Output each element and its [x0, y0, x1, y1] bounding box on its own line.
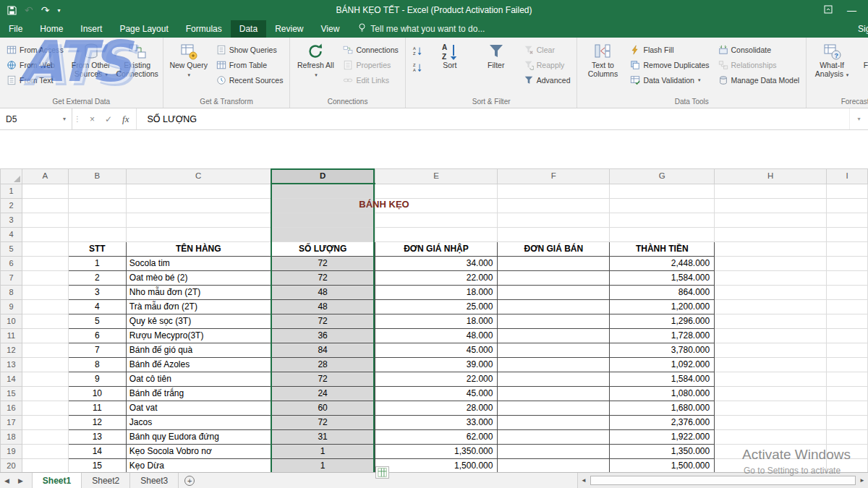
- cell-H15[interactable]: [715, 386, 827, 401]
- cell-B6[interactable]: 1: [68, 256, 126, 270]
- cell-B1[interactable]: [68, 184, 126, 198]
- cell-G10[interactable]: 1,296.000: [610, 314, 715, 328]
- cell-E6[interactable]: 34.000: [375, 256, 498, 270]
- cell-B13[interactable]: 8: [68, 357, 126, 372]
- cell-H7[interactable]: [715, 270, 827, 285]
- cell-I11[interactable]: [827, 328, 868, 343]
- ribbon-display-options-icon[interactable]: [824, 5, 833, 16]
- cell-I16[interactable]: [827, 401, 868, 415]
- cell-F1[interactable]: [498, 184, 610, 198]
- save-icon[interactable]: [7, 6, 17, 15]
- cell-A13[interactable]: [22, 357, 68, 372]
- column-header-D[interactable]: D: [271, 169, 375, 184]
- cell-I5[interactable]: [827, 241, 868, 256]
- column-header-G[interactable]: G: [610, 169, 715, 184]
- tab-formulas[interactable]: Formulas: [177, 20, 231, 38]
- row-header-2[interactable]: 2: [1, 198, 22, 213]
- cell-I1[interactable]: [827, 184, 868, 198]
- forecast-sheet-button[interactable]: Forecast Sheet: [856, 40, 868, 79]
- tell-me-box[interactable]: Tell me what you want to do...: [348, 20, 495, 38]
- cell-D14[interactable]: 72: [271, 372, 375, 386]
- cell-G16[interactable]: 1,680.000: [610, 401, 715, 415]
- cell-B11[interactable]: 6: [68, 328, 126, 343]
- cell-I15[interactable]: [827, 386, 868, 401]
- cell-F6[interactable]: [498, 256, 610, 270]
- cell-D3[interactable]: [271, 213, 375, 227]
- cell-D17[interactable]: 72: [271, 415, 375, 429]
- name-box[interactable]: D5 ▾: [0, 108, 72, 129]
- existing-connections-button[interactable]: Existing Connections: [116, 40, 159, 79]
- cell-A17[interactable]: [22, 415, 68, 429]
- column-header-B[interactable]: B: [68, 169, 126, 184]
- tab-page-layout[interactable]: Page Layout: [111, 20, 176, 38]
- cell-E1[interactable]: [375, 184, 498, 198]
- cell-A7[interactable]: [22, 270, 68, 285]
- tab-review[interactable]: Review: [266, 20, 312, 38]
- cell-B19[interactable]: 14: [68, 444, 126, 458]
- cell-G11[interactable]: 1,728.000: [610, 328, 715, 343]
- row-header-19[interactable]: 19: [1, 444, 22, 458]
- cell-B2[interactable]: [68, 198, 126, 213]
- redo-icon[interactable]: ↷: [41, 4, 50, 16]
- cell-A9[interactable]: [22, 299, 68, 314]
- cell-H9[interactable]: [715, 299, 827, 314]
- cell-D10[interactable]: 72: [271, 314, 375, 328]
- column-header-F[interactable]: F: [498, 169, 610, 184]
- cell-B17[interactable]: 12: [68, 415, 126, 429]
- formula-bar-splitter[interactable]: ⋮: [72, 108, 82, 129]
- cell-D11[interactable]: 36: [271, 328, 375, 343]
- show-queries-button[interactable]: Show Queries: [213, 43, 286, 56]
- cell-C1[interactable]: [126, 184, 271, 198]
- cell-E9[interactable]: 25.000: [375, 299, 498, 314]
- row-header-6[interactable]: 6: [1, 256, 22, 270]
- cell-D18[interactable]: 31: [271, 429, 375, 444]
- cell-C12[interactable]: Bánh đế gió quà: [126, 343, 271, 357]
- cell-B3[interactable]: [68, 213, 126, 227]
- new-sheet-button[interactable]: +: [184, 473, 195, 488]
- cell-A14[interactable]: [22, 372, 68, 386]
- cell-G13[interactable]: 1,092.000: [610, 357, 715, 372]
- cell-G6[interactable]: 2,448.000: [610, 256, 715, 270]
- cell-G3[interactable]: [610, 213, 715, 227]
- cell-G8[interactable]: 864.000: [610, 285, 715, 299]
- sheet-tab-sheet2[interactable]: Sheet2: [82, 473, 130, 488]
- sign-in-button[interactable]: Sign in: [858, 20, 868, 38]
- manage-data-model-button[interactable]: Manage Data Model: [715, 73, 803, 87]
- cell-A18[interactable]: [22, 429, 68, 444]
- cell-F7[interactable]: [498, 270, 610, 285]
- horizontal-scrollbar[interactable]: ◄ ►: [577, 473, 868, 488]
- tab-file[interactable]: File: [0, 20, 31, 38]
- cell-E17[interactable]: 33.000: [375, 415, 498, 429]
- cell-H10[interactable]: [715, 314, 827, 328]
- cell-B12[interactable]: 7: [68, 343, 126, 357]
- formula-bar-expand-icon[interactable]: ▾: [849, 108, 868, 129]
- cell-D12[interactable]: 84: [271, 343, 375, 357]
- sort-descending-button[interactable]: ZA: [409, 59, 425, 74]
- cell-F14[interactable]: [498, 372, 610, 386]
- cell-H8[interactable]: [715, 285, 827, 299]
- cell-E8[interactable]: 18.000: [375, 285, 498, 299]
- cell-D5[interactable]: SỐ LƯỢNG: [271, 241, 375, 256]
- cell-C17[interactable]: Jacos: [126, 415, 271, 429]
- cell-B18[interactable]: 13: [68, 429, 126, 444]
- cell-C9[interactable]: Trà mẫu đơn (2T): [126, 299, 271, 314]
- from-table-button[interactable]: From Table: [213, 58, 286, 72]
- cell-I10[interactable]: [827, 314, 868, 328]
- cell-H18[interactable]: [715, 429, 827, 444]
- cell-F8[interactable]: [498, 285, 610, 299]
- cell-H4[interactable]: [715, 227, 827, 241]
- tab-view[interactable]: View: [312, 20, 349, 38]
- cell-H1[interactable]: [715, 184, 827, 198]
- cell-C20[interactable]: Kẹo Dừa: [126, 458, 271, 472]
- advanced-button[interactable]: Advanced: [521, 73, 574, 87]
- cell-I13[interactable]: [827, 357, 868, 372]
- column-header-C[interactable]: C: [126, 169, 271, 184]
- cell-A3[interactable]: [22, 213, 68, 227]
- cell-H17[interactable]: [715, 415, 827, 429]
- cell-F2[interactable]: [498, 198, 610, 213]
- cell-C19[interactable]: Kẹo Socola Vobro nơ: [126, 444, 271, 458]
- cell-B14[interactable]: 9: [68, 372, 126, 386]
- cell-D8[interactable]: 48: [271, 285, 375, 299]
- remove-duplicates-button[interactable]: Remove Duplicates: [627, 58, 712, 72]
- cell-G15[interactable]: 1,080.000: [610, 386, 715, 401]
